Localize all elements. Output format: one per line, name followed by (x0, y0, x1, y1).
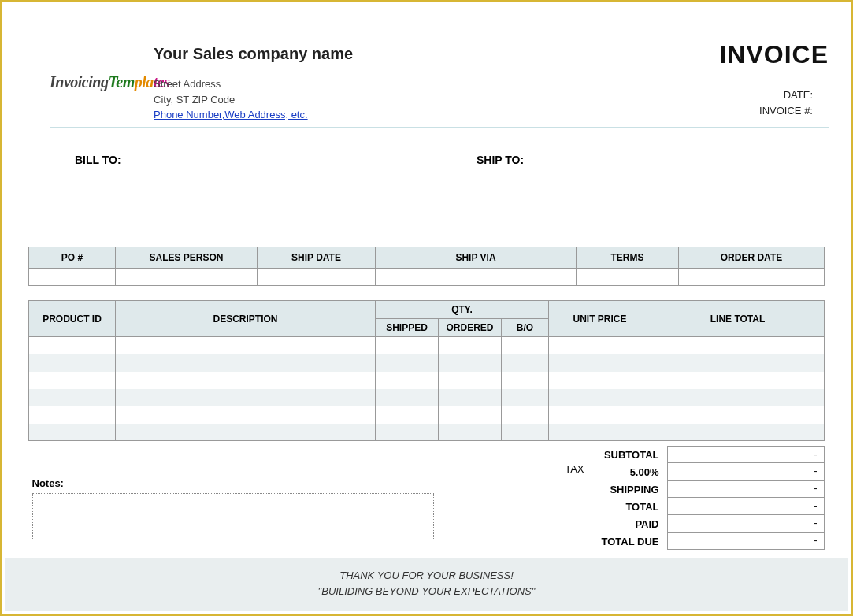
order-meta-row (29, 269, 825, 286)
address-section: BILL TO: SHIP TO: (18, 128, 835, 247)
col-terms: TERMS (577, 247, 679, 269)
col-unit-price: UNIT PRICE (549, 301, 651, 337)
cell-terms[interactable] (577, 269, 679, 286)
logo: InvoicingTemplates (50, 73, 170, 91)
company-city: City, ST ZIP Code (154, 92, 353, 108)
invoice-number-label: INVOICE #: (759, 103, 813, 119)
company-street: Street Address (154, 76, 353, 92)
company-contact-link[interactable]: Phone Number,Web Address, etc. (154, 109, 308, 121)
logo-part-1: Invoicing (50, 73, 108, 91)
total-value: - (667, 498, 825, 515)
col-qty-group: QTY. (375, 301, 548, 319)
shipping-label: SHIPPING (486, 484, 667, 495)
totals-block: SUBTOTAL - 5.00% - SHIPPING - TOTAL - PA… (486, 446, 825, 550)
col-po: PO # (29, 247, 116, 269)
col-description: DESCRIPTION (115, 301, 375, 337)
order-meta-table: PO # SALES PERSON SHIP DATE SHIP VIA TER… (28, 247, 825, 286)
invoice-document: InvoicingTemplates Your Sales company na… (0, 0, 853, 616)
item-row (28, 372, 824, 389)
items-table: PRODUCT ID DESCRIPTION QTY. UNIT PRICE L… (28, 300, 825, 441)
footer-band: THANK YOU FOR YOUR BUSINESS! "BUILIDING … (5, 558, 848, 611)
item-row (28, 406, 824, 424)
total-label: TOTAL (486, 501, 667, 513)
col-shipped: SHIPPED (375, 319, 438, 337)
cell-po[interactable] (29, 269, 116, 286)
subtotal-value: - (667, 446, 825, 463)
col-line-total: LINE TOTAL (651, 301, 825, 337)
taxrate-label: 5.00% (486, 466, 667, 478)
col-ordered: ORDERED (438, 319, 501, 337)
col-bo: B/O (501, 319, 548, 337)
cell-shipdate[interactable] (258, 269, 376, 286)
invoice-meta: DATE: INVOICE #: (759, 87, 813, 118)
cell-salesperson[interactable] (116, 269, 258, 286)
document-title: INVOICE (719, 40, 829, 69)
company-block: Your Sales company name Street Address C… (154, 42, 353, 123)
totaldue-label: TOTAL DUE (486, 536, 667, 547)
paid-value: - (667, 515, 825, 533)
item-row (28, 354, 824, 372)
bottom-section: Notes: TAX SUBTOTAL - 5.00% - SHIPPING -… (29, 446, 825, 572)
shipping-value: - (667, 481, 825, 498)
notes-box[interactable] (32, 493, 434, 540)
paid-label: PAID (486, 518, 667, 530)
col-shipdate: SHIP DATE (258, 247, 376, 269)
col-shipvia: SHIP VIA (376, 247, 577, 269)
footer-line-1: THANK YOU FOR YOUR BUSINESS! (5, 568, 848, 584)
logo-part-3: pla (135, 73, 154, 91)
totaldue-value: - (667, 533, 825, 550)
col-salesperson: SALES PERSON (116, 247, 258, 269)
col-product-id: PRODUCT ID (28, 301, 115, 337)
tax-value: - (667, 463, 825, 481)
logo-part-2: Tem (108, 73, 134, 91)
item-row (28, 389, 824, 406)
cell-orderdate[interactable] (679, 269, 825, 286)
item-row (28, 424, 824, 441)
col-orderdate: ORDER DATE (679, 247, 825, 269)
bill-to-label: BILL TO: (75, 154, 121, 166)
subtotal-label: SUBTOTAL (486, 449, 667, 461)
footer-line-2: "BUILIDING BEYOND YOUR EXPECTATIONS" (5, 584, 848, 599)
notes-label: Notes: (32, 477, 64, 489)
date-label: DATE: (759, 87, 813, 103)
header: InvoicingTemplates Your Sales company na… (18, 26, 835, 128)
company-name: Your Sales company name (154, 42, 353, 65)
cell-shipvia[interactable] (376, 269, 577, 286)
ship-to-label: SHIP TO: (477, 154, 524, 166)
item-row (28, 337, 824, 354)
